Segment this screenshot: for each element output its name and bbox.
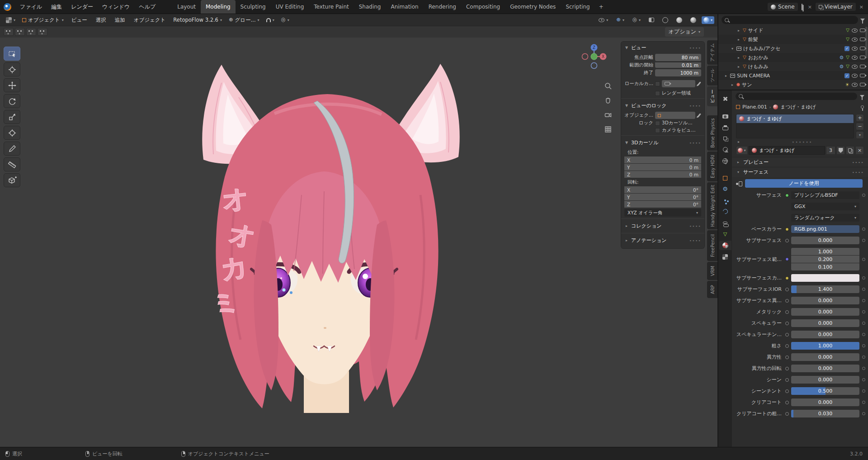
tab-arp[interactable]: ARP: [707, 281, 717, 298]
disable-render-icon[interactable]: [860, 74, 865, 77]
preview-panel-header[interactable]: ▸ プレビュー ∙∙∙∙: [732, 157, 868, 167]
hide-viewport-icon[interactable]: [852, 74, 858, 78]
decorator-dot[interactable]: [862, 356, 865, 359]
rotate-tool[interactable]: [4, 94, 20, 108]
workspace-tab-compositing[interactable]: Compositing: [461, 0, 505, 14]
collapse-icon[interactable]: ▾: [730, 47, 735, 51]
unlink-view-layer-icon[interactable]: ×: [859, 4, 864, 10]
subsurface-anisotropy-slider[interactable]: 0.000: [791, 297, 859, 304]
slot-specials-button[interactable]: ▾: [856, 131, 864, 139]
cursor-location-z-field[interactable]: Z0 m: [624, 171, 701, 178]
outliner-row-side[interactable]: ▸ ▽ サイド ▽: [718, 26, 868, 35]
render-region-checkbox[interactable]: [655, 91, 660, 96]
gizmos-dropdown[interactable]: ⊕ ▾: [613, 16, 627, 24]
outliner-row-kemomimi-collection[interactable]: ▾ けもみみ/アクセ ✓: [718, 44, 868, 53]
tab-constraints[interactable]: [719, 218, 731, 228]
tab-object-data[interactable]: ▽: [719, 229, 731, 239]
new-scene-icon[interactable]: [801, 4, 804, 10]
decorator-dot[interactable]: [862, 258, 865, 261]
hide-viewport-icon[interactable]: [852, 56, 858, 60]
measure-tool[interactable]: [4, 157, 20, 171]
perspective-grid-icon[interactable]: [604, 125, 612, 133]
add-slot-button[interactable]: +: [856, 114, 864, 122]
blender-logo-icon[interactable]: [4, 3, 11, 11]
collection-checkbox[interactable]: ✓: [844, 46, 849, 51]
scale-tool[interactable]: [4, 110, 20, 124]
camera-view-icon[interactable]: [604, 111, 612, 119]
subsurface-slider[interactable]: 0.000: [791, 237, 859, 244]
workspace-tab-texture-paint[interactable]: Texture Paint: [309, 0, 354, 14]
tab-tool[interactable]: [719, 94, 731, 104]
view-lock-section-header[interactable]: ▼ ビューのロック ∙∙∙∙: [621, 100, 704, 111]
clearcoat-slider[interactable]: 0.000: [791, 398, 859, 406]
workspace-tab-scripting[interactable]: Scripting: [561, 0, 594, 14]
zoom-icon[interactable]: [604, 82, 612, 90]
subsurface-color-swatch[interactable]: [791, 274, 859, 282]
expand-icon[interactable]: ▸: [736, 28, 741, 33]
properties-search-input[interactable]: [736, 93, 857, 100]
shading-rendered-button[interactable]: ▾: [702, 16, 714, 24]
disable-render-icon[interactable]: [860, 56, 865, 59]
workspace-tab-geometry-nodes[interactable]: Geometry Nodes: [505, 0, 561, 14]
disable-render-icon[interactable]: [860, 83, 865, 86]
subsurface-radius-fields[interactable]: 1.000 0.200 0.100: [791, 248, 859, 270]
cursor-section-header[interactable]: ▼ 3Dカーソル ∙∙∙∙: [621, 137, 704, 148]
workspace-tab-rendering[interactable]: Rendering: [424, 0, 461, 14]
snap-toggle[interactable]: ▾: [264, 17, 277, 24]
decorator-dot[interactable]: [862, 194, 865, 197]
specular-tint-slider[interactable]: 0.000: [791, 331, 859, 338]
xray-toggle[interactable]: [646, 16, 657, 24]
tab-render[interactable]: [719, 111, 731, 120]
view-section-header[interactable]: ▼ ビュー ∙∙∙∙: [621, 42, 704, 53]
tab-item[interactable]: アイテム: [707, 40, 717, 65]
editor-type-button[interactable]: ▾: [3, 16, 18, 24]
clip-end-field[interactable]: 1000 m: [655, 69, 701, 76]
shading-wireframe-button[interactable]: [660, 16, 671, 24]
add-menu[interactable]: 追加: [111, 15, 129, 25]
tab-world[interactable]: [719, 156, 731, 166]
expand-icon[interactable]: ▸: [724, 74, 728, 78]
decorator-dot[interactable]: [862, 239, 865, 242]
retopoflow-menu[interactable]: RetopoFlow 3.2.6 ▾: [170, 15, 225, 24]
mode-selector[interactable]: オブジェクト ▾: [19, 15, 66, 25]
hide-viewport-icon[interactable]: [852, 38, 858, 42]
tab-texture[interactable]: [719, 252, 731, 261]
subsurface-ior-slider[interactable]: 1.400: [791, 285, 859, 293]
new-material-button[interactable]: [846, 146, 854, 155]
quick-toggle-button-2[interactable]: [15, 28, 25, 36]
hide-viewport-icon[interactable]: [852, 47, 858, 51]
fake-user-button[interactable]: [836, 146, 845, 155]
anisotropic-rotation-slider[interactable]: 0.000: [791, 365, 859, 372]
menu-edit[interactable]: 編集: [47, 2, 66, 12]
workspace-tab-layout[interactable]: Layout: [172, 0, 201, 14]
use-nodes-button[interactable]: ノードを使用: [745, 179, 863, 188]
decorator-dot[interactable]: [862, 367, 865, 370]
collections-section-header[interactable]: ▸ コレクション ∙∙∙∙: [621, 220, 704, 231]
menu-file[interactable]: ファイル: [16, 2, 46, 12]
tab-tool[interactable]: ツール: [707, 66, 717, 85]
tab-handy-weight-edit[interactable]: Handy Weight Edit: [707, 182, 717, 229]
pan-hand-icon[interactable]: [604, 96, 612, 104]
cursor-rotation-z-field[interactable]: Z0°: [624, 201, 701, 208]
cursor-tool[interactable]: [4, 62, 20, 76]
tab-particles[interactable]: [719, 195, 731, 205]
menu-window[interactable]: ウィンドウ: [98, 2, 134, 12]
shading-solid-button[interactable]: [674, 16, 685, 24]
material-slot-list[interactable]: まつげ・まゆげ: [736, 114, 854, 138]
workspace-tab-sculpting[interactable]: Sculpting: [236, 0, 271, 14]
decorator-dot[interactable]: [862, 333, 865, 336]
tab-vrm[interactable]: VRM: [707, 262, 717, 280]
specular-slider[interactable]: 0.000: [791, 319, 859, 327]
filter-icon[interactable]: [860, 19, 865, 21]
list-resize-grip[interactable]: ▸ ∙∙∙∙∙∙: [732, 139, 868, 145]
decorator-dot[interactable]: [862, 378, 865, 381]
decorator-dot[interactable]: [862, 310, 865, 313]
sheen-tint-slider[interactable]: 0.500: [791, 387, 859, 395]
decorator-dot[interactable]: [862, 299, 865, 302]
decorator-dot[interactable]: [862, 276, 865, 280]
decorator-dot[interactable]: [862, 401, 865, 404]
outliner-row-sun-camera[interactable]: ▸ SUN CAMERA ✓: [718, 71, 868, 80]
tab-freepencil[interactable]: FreePencil: [707, 230, 717, 261]
navigation-gizmo[interactable]: Z X: [580, 42, 609, 71]
pin-icon[interactable]: [861, 105, 864, 109]
